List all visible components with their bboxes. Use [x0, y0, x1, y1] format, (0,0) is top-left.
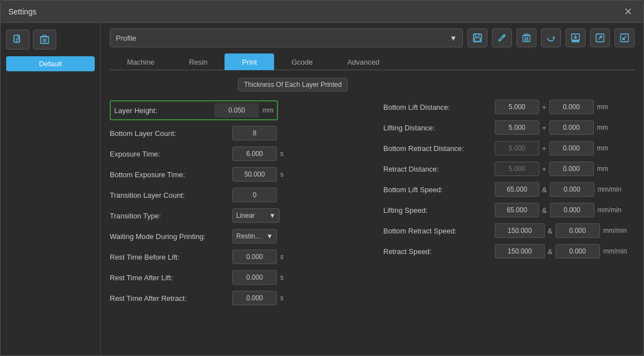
- sidebar-icon-row: [6, 30, 95, 50]
- lifting-distance-row: Lifting Distance: + mm: [383, 120, 635, 135]
- transition-type-dropdown[interactable]: Linear ▼: [232, 208, 280, 223]
- rest-before-lift-label: Rest Time Before Lift:: [110, 253, 232, 261]
- bottom-lift-speed-input2[interactable]: [550, 182, 594, 197]
- lifting-distance-input2[interactable]: [549, 120, 594, 135]
- bottom-retract-speed-input1[interactable]: [495, 223, 545, 238]
- layer-height-input[interactable]: [214, 103, 259, 118]
- edit-profile-button[interactable]: [492, 28, 512, 47]
- tab-machine[interactable]: Machine: [110, 53, 172, 70]
- layer-height-unit: mm: [262, 106, 274, 114]
- retract-speed-input2[interactable]: [555, 244, 600, 259]
- close-button[interactable]: ✕: [621, 6, 636, 18]
- exposure-time-unit: s: [280, 150, 284, 158]
- tab-gcode[interactable]: Gcode: [274, 53, 330, 70]
- profile-dropdown-label: Profile: [116, 34, 136, 42]
- download-icon: [571, 33, 580, 42]
- bottom-layer-count-row: Bottom Layer Count:: [110, 125, 361, 141]
- import-button[interactable]: [614, 28, 635, 47]
- bottom-retract-speed-input2[interactable]: [555, 223, 600, 238]
- layer-height-label: Layer Height:: [114, 106, 214, 115]
- delete-toolbar-button[interactable]: [516, 28, 536, 47]
- bottom-lift-distance-input2[interactable]: [549, 100, 594, 114]
- exposure-time-input[interactable]: [232, 147, 277, 161]
- transition-type-row: Transition Type: Linear ▼: [110, 208, 361, 223]
- retract-distance-row: Retract Distance: + mm: [383, 161, 635, 177]
- retract-distance-input2[interactable]: [549, 162, 594, 176]
- lifting-distance-input1[interactable]: [495, 120, 539, 135]
- waiting-mode-dropdown[interactable]: Restin... ▼: [232, 229, 277, 243]
- waiting-mode-value: Restin...: [236, 232, 261, 240]
- bottom-lift-speed-row: Bottom Lift Speed: & mm/min: [383, 182, 635, 197]
- bottom-exposure-time-row: Bottom Exposure Time: s: [110, 167, 361, 182]
- svg-rect-6: [43, 35, 46, 37]
- rest-after-lift-unit: s: [280, 274, 284, 281]
- rest-after-retract-row: Rest Time After Retract: s: [110, 290, 361, 306]
- svg-rect-11: [475, 34, 479, 37]
- dropdown-arrow-icon: ▼: [450, 34, 457, 42]
- rest-after-retract-input[interactable]: [232, 291, 277, 305]
- retract-speed-input1[interactable]: [495, 244, 545, 259]
- tab-print[interactable]: Print: [225, 53, 274, 70]
- lifting-speed-label: Lifting Speed:: [383, 206, 495, 214]
- lifting-speed-input2[interactable]: [550, 203, 594, 217]
- waiting-mode-row: Waiting Mode During Printing: Restin... …: [110, 228, 361, 244]
- settings-window: Settings ✕: [0, 0, 644, 356]
- rest-after-lift-input[interactable]: [232, 270, 277, 285]
- exposure-time-label: Exposure Time:: [110, 150, 232, 158]
- rest-after-retract-unit: s: [280, 294, 284, 302]
- transition-layer-count-row: Transition Layer Count:: [110, 187, 361, 203]
- export-button[interactable]: [590, 28, 610, 47]
- bottom-layer-count-input[interactable]: [232, 126, 277, 140]
- waiting-mode-arrow: ▼: [266, 232, 273, 240]
- transition-layer-count-input[interactable]: [232, 188, 277, 202]
- tabs-container: Machine Resin Print Gcode Advanced: [110, 53, 635, 70]
- tab-advanced[interactable]: Advanced: [330, 53, 397, 70]
- rest-after-lift-row: Rest Time After Lift: s: [110, 270, 361, 285]
- lifting-speed-row: Lifting Speed: & mm/min: [383, 202, 635, 218]
- rest-after-retract-label: Rest Time After Retract:: [110, 294, 232, 303]
- svg-rect-15: [525, 34, 528, 36]
- default-button[interactable]: Default: [6, 56, 95, 71]
- tab-resin[interactable]: Resin: [172, 53, 225, 70]
- form-right: Bottom Lift Distance: + mm Lifting Dista…: [378, 78, 635, 350]
- top-toolbar: Profile ▼: [110, 28, 635, 47]
- download-button[interactable]: [565, 28, 586, 47]
- form-left: Thickness Of Each Layer Printed Layer He…: [110, 78, 378, 350]
- transition-type-label: Transition Type:: [110, 212, 232, 220]
- bottom-retract-distance-input1[interactable]: [495, 141, 539, 155]
- refresh-button[interactable]: [541, 28, 561, 47]
- bottom-retract-speed-label: Bottom Retract Speed:: [383, 227, 495, 235]
- new-profile-button[interactable]: [6, 30, 30, 50]
- delete-icon: [523, 33, 530, 42]
- exposure-time-row: Exposure Time: s: [110, 146, 361, 162]
- bottom-retract-distance-input2[interactable]: [549, 141, 594, 155]
- rest-before-lift-unit: s: [280, 253, 284, 261]
- title-bar: Settings ✕: [1, 1, 643, 23]
- lifting-distance-label: Lifting Distance:: [383, 124, 495, 132]
- import-icon: [620, 33, 629, 42]
- retract-speed-label: Retract Speed:: [383, 247, 495, 256]
- transition-type-value: Linear: [236, 212, 255, 220]
- rest-after-lift-label: Rest Time After Lift:: [110, 274, 232, 282]
- retract-speed-row: Retract Speed: & mm/min: [383, 243, 635, 259]
- export-icon: [596, 33, 604, 42]
- profile-dropdown[interactable]: Profile ▼: [110, 28, 463, 47]
- edit-icon: [497, 33, 506, 42]
- bottom-lift-distance-input1[interactable]: [495, 100, 539, 114]
- rest-before-lift-row: Rest Time Before Lift: s: [110, 249, 361, 265]
- rest-before-lift-input[interactable]: [232, 250, 277, 264]
- delete-profile-button[interactable]: [33, 30, 56, 50]
- trash-icon: [40, 35, 49, 45]
- layer-height-row: Layer Height: mm: [110, 100, 278, 120]
- bottom-lift-speed-input1[interactable]: [495, 182, 539, 197]
- bottom-lift-speed-label: Bottom Lift Speed:: [383, 186, 495, 194]
- bottom-lift-distance-row: Bottom Lift Distance: + mm: [383, 99, 635, 115]
- form-area: Thickness Of Each Layer Printed Layer He…: [110, 70, 635, 350]
- bottom-lift-distance-label: Bottom Lift Distance:: [383, 103, 495, 111]
- lifting-speed-input1[interactable]: [495, 203, 539, 217]
- bottom-exposure-time-input[interactable]: [232, 167, 277, 182]
- sidebar: Default: [1, 23, 101, 355]
- save-profile-button[interactable]: [467, 28, 487, 47]
- retract-distance-input1[interactable]: [495, 162, 539, 176]
- save-icon: [473, 33, 482, 42]
